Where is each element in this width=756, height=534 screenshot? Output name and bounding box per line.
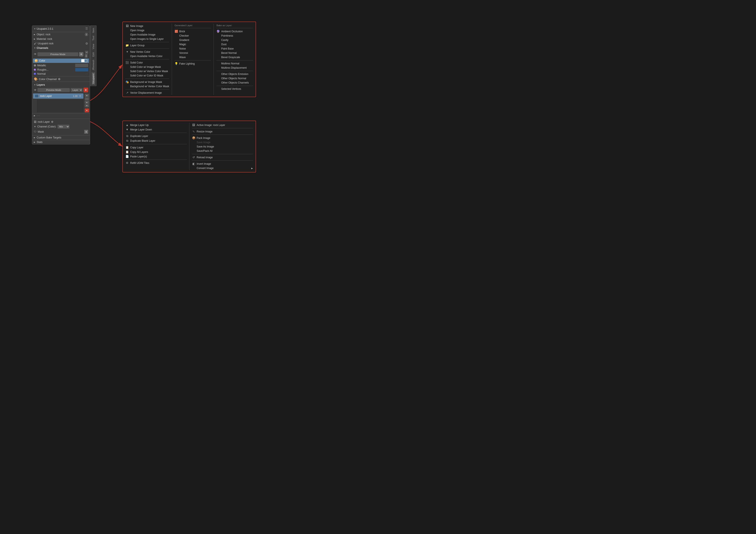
metallic-value[interactable]: 0.000 bbox=[75, 64, 88, 67]
down-arrow-btn[interactable]: ▼ bbox=[85, 56, 88, 58]
add-channel-button[interactable]: + bbox=[79, 52, 83, 56]
rock-layer-item[interactable]: rock Layer 1.00 👁 bbox=[33, 93, 83, 99]
menu-paint-base[interactable]: Paint Base bbox=[216, 46, 253, 51]
add-layer-button[interactable]: + bbox=[83, 88, 88, 92]
tab-item[interactable]: Item bbox=[92, 26, 95, 34]
menu-bevel-grayscale[interactable]: Bevel Grayscale bbox=[216, 55, 253, 60]
menu-layer-group[interactable]: 📁 Layer Group bbox=[125, 43, 169, 48]
material-triangle[interactable]: ▶ bbox=[34, 38, 35, 40]
object-triangle[interactable]: ▶ bbox=[34, 33, 35, 36]
menu-vector-displacement[interactable]: ↗ Vector Displacement Image bbox=[125, 90, 169, 95]
roughness-value[interactable]: 0.500 bbox=[75, 68, 88, 71]
custom-bake-triangle[interactable]: ▶ bbox=[34, 137, 35, 139]
preview-mode-button[interactable]: Preview Mode bbox=[38, 52, 78, 56]
menu-selected-vertices[interactable]: Selected Vertices bbox=[216, 87, 253, 91]
eye-icon[interactable]: 👁 bbox=[34, 53, 37, 56]
normal-ball-icon bbox=[34, 73, 36, 75]
menu-active-image[interactable]: 🖼 Active Image: rock Layer bbox=[192, 123, 253, 127]
layer-visibility-icon[interactable]: 👁 bbox=[79, 94, 82, 98]
menu-noise[interactable]: Noise bbox=[175, 46, 211, 51]
menu-background-image-mask[interactable]: 🎭 Background w/ Image Mask bbox=[125, 80, 169, 84]
menu-pointiness[interactable]: Pointiness bbox=[216, 34, 253, 38]
info-icon[interactable]: i bbox=[85, 33, 88, 36]
menu-invert-image[interactable]: ◧ Invert Image bbox=[192, 162, 253, 166]
gear-icon[interactable]: ⚙ bbox=[85, 42, 88, 45]
add-mask-button[interactable]: + bbox=[84, 130, 88, 134]
tab-jremesh[interactable]: JRemesh bbox=[92, 58, 95, 72]
tab-view[interactable]: View bbox=[92, 42, 95, 51]
stats-triangle[interactable]: ▶ bbox=[34, 141, 35, 143]
menu-fake-lighting[interactable]: 💡 Fake Lighting bbox=[175, 62, 211, 66]
menu-background-vertex-mask[interactable]: Background w/ Vertex Color Mask bbox=[125, 84, 169, 89]
menu-open-available-vertex[interactable]: Open Available Vertex Color bbox=[125, 54, 169, 58]
color-channel-row[interactable]: Color bbox=[33, 59, 89, 63]
menu-wave[interactable]: Wave bbox=[175, 55, 211, 60]
layer-expand-button[interactable]: ▼ bbox=[85, 109, 89, 113]
menu-copy-all-layers[interactable]: 📋 Copy All Layers bbox=[125, 150, 187, 154]
layer-mode-select[interactable]: Layer bbox=[71, 88, 83, 92]
sidebar-menu-icon[interactable]: ⠿ bbox=[85, 27, 88, 31]
menu-new-vertex-color[interactable]: ✦ New Vertex Color bbox=[125, 50, 169, 54]
fake-lighting-icon: 💡 bbox=[175, 62, 178, 65]
menu-duplicate-layer[interactable]: ⧉ Duplicate Layer bbox=[125, 134, 187, 139]
menu-save-pack-all[interactable]: Save/Pack All bbox=[192, 149, 253, 153]
menu-solid-color-id-mask[interactable]: Solid Color w/ Color ID Mask bbox=[125, 73, 169, 78]
right-separator-1 bbox=[192, 128, 253, 128]
color-channel-gear[interactable]: ⚙ bbox=[58, 78, 61, 81]
menu-open-images-single[interactable]: Open Images to Single Layer bbox=[125, 37, 169, 41]
color-toggle[interactable] bbox=[81, 59, 87, 62]
bottom-menu-columns: ▲ Merge Layer Up ▼ Merge Layer Down ⧉ Du… bbox=[123, 123, 256, 170]
layers-triangle[interactable]: ▼ bbox=[34, 84, 36, 86]
menu-duplicate-blank[interactable]: ⧉ Duplicate Blank Layer bbox=[125, 139, 187, 143]
menu-multires-displacement[interactable]: Multires Displacement bbox=[216, 66, 253, 70]
layer-down2-button[interactable]: ▼ bbox=[85, 104, 89, 107]
menu-copy-layer[interactable]: 📋 Copy Layer bbox=[125, 145, 187, 150]
menu-gradient[interactable]: Gradient bbox=[175, 38, 211, 42]
menu-solid-color-vertex-mask[interactable]: Solid Color w/ Vertex Color Mask bbox=[125, 69, 169, 73]
menu-paste-layers[interactable]: 📄 Paste Layer(s) bbox=[125, 154, 187, 159]
menu-voronoi[interactable]: Voronoi bbox=[175, 51, 211, 55]
menu-open-image[interactable]: Open Image bbox=[125, 28, 169, 33]
layer-up-button[interactable]: ▲ bbox=[85, 94, 89, 97]
mix-select[interactable]: Mix bbox=[58, 125, 69, 129]
menu-save-as-image[interactable]: Save As Image bbox=[192, 144, 253, 149]
menu-merge-layer-down[interactable]: ▼ Merge Layer Down bbox=[125, 127, 187, 132]
layers-preview-button[interactable]: Preview Mode bbox=[38, 88, 70, 92]
menu-convert-image[interactable]: Convert Image ▶ bbox=[192, 166, 253, 170]
menu-brick[interactable]: 🧱 Brick bbox=[175, 29, 211, 34]
menu-magic[interactable]: Magic bbox=[175, 42, 211, 46]
menu-multires-normal[interactable]: Multires Normal bbox=[216, 62, 253, 66]
menu-bevel-normal[interactable]: Bevel Normal bbox=[216, 51, 253, 55]
menu-open-available[interactable]: Open Available Image bbox=[125, 33, 169, 37]
menu-resize-image[interactable]: ⤡ Resize Image bbox=[192, 129, 253, 134]
right-separator-2 bbox=[192, 135, 253, 135]
menu-solid-color[interactable]: ⬛ Solid Color bbox=[125, 60, 169, 65]
tab-edit[interactable]: Edit bbox=[92, 51, 95, 58]
menu-other-objects-normal[interactable]: Other Objects Normal bbox=[216, 76, 253, 81]
menu-merge-layer-up[interactable]: ▲ Merge Layer Up bbox=[125, 123, 187, 127]
menu-dust[interactable]: Dust bbox=[216, 42, 253, 46]
menu-other-objects-emission[interactable]: Other Objects Emission bbox=[216, 72, 253, 76]
layer-opacity-value[interactable]: 1.00 bbox=[70, 95, 78, 97]
layers-eye-icon[interactable]: 👁 bbox=[34, 89, 37, 92]
menu-solid-color-image-mask[interactable]: Solid Color w/ Image Mask bbox=[125, 65, 169, 69]
menu-new-image[interactable]: 🖼 New Image bbox=[125, 24, 169, 28]
layer-minus-button[interactable]: − bbox=[85, 97, 89, 100]
menu-cavity[interactable]: Cavity bbox=[216, 38, 253, 42]
layer-up2-button[interactable]: ▲ bbox=[85, 101, 89, 104]
menu-pack-image[interactable]: 📦 Pack Image bbox=[192, 136, 253, 140]
tab-ucupaint[interactable]: Ucupaint bbox=[92, 72, 95, 85]
channels-triangle[interactable]: ▼ bbox=[34, 47, 36, 49]
menu-ambient-occlusion[interactable]: 🔮 Ambient Occlusion bbox=[216, 29, 253, 34]
menu-checker[interactable]: Checker bbox=[175, 34, 211, 38]
menu-reload-image[interactable]: ↺ Reload Image bbox=[192, 155, 253, 160]
up-arrow-btn[interactable]: ▲ bbox=[85, 54, 88, 56]
menu-other-objects-channels[interactable]: Other Objects Channels bbox=[216, 81, 253, 85]
menu-refill-udim[interactable]: ⚙ Refill UDIM Tiles bbox=[125, 161, 187, 165]
minus-btn-1[interactable]: − bbox=[85, 51, 88, 54]
collapse-triangle[interactable]: ▼ bbox=[34, 28, 36, 30]
layer-info-gear[interactable]: ⚙ bbox=[51, 120, 53, 123]
layers-collapse-icon[interactable]: ▶ bbox=[34, 114, 35, 117]
object-label: Object: rock bbox=[37, 33, 50, 36]
tab-tool[interactable]: Tool bbox=[92, 35, 95, 42]
